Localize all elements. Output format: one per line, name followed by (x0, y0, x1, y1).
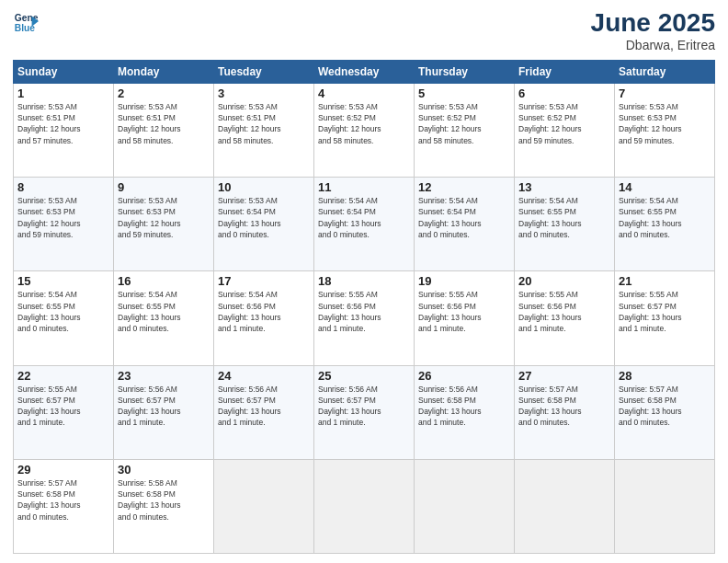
calendar-subtitle: Dbarwa, Eritrea (591, 38, 715, 52)
weekday-header-friday: Friday (515, 60, 615, 83)
weekday-header-monday: Monday (114, 60, 214, 83)
day-cell: 28Sunrise: 5:57 AM Sunset: 6:58 PM Dayli… (615, 365, 715, 459)
day-number: 2 (118, 86, 210, 100)
day-number: 11 (318, 180, 410, 194)
day-number: 22 (17, 369, 109, 383)
day-number: 13 (518, 180, 610, 194)
day-cell: 2Sunrise: 5:53 AM Sunset: 6:51 PM Daylig… (114, 83, 214, 177)
day-cell: 14Sunrise: 5:54 AM Sunset: 6:55 PM Dayli… (615, 178, 715, 271)
day-cell: 22Sunrise: 5:55 AM Sunset: 6:57 PM Dayli… (14, 365, 114, 459)
day-info: Sunrise: 5:56 AM Sunset: 6:58 PM Dayligh… (418, 384, 510, 429)
day-info: Sunrise: 5:57 AM Sunset: 6:58 PM Dayligh… (619, 384, 711, 429)
day-cell: 7Sunrise: 5:53 AM Sunset: 6:53 PM Daylig… (615, 83, 715, 177)
day-number: 3 (218, 86, 310, 100)
day-cell: 13Sunrise: 5:54 AM Sunset: 6:55 PM Dayli… (515, 178, 615, 271)
day-info: Sunrise: 5:56 AM Sunset: 6:57 PM Dayligh… (118, 384, 210, 429)
day-number: 12 (418, 180, 510, 194)
week-row-5: 29Sunrise: 5:57 AM Sunset: 6:58 PM Dayli… (14, 459, 715, 553)
calendar-table: SundayMondayTuesdayWednesdayThursdayFrid… (13, 60, 715, 554)
day-number: 18 (318, 274, 410, 288)
day-info: Sunrise: 5:53 AM Sunset: 6:52 PM Dayligh… (418, 101, 510, 146)
day-cell: 20Sunrise: 5:55 AM Sunset: 6:56 PM Dayli… (515, 271, 615, 365)
day-number: 1 (17, 86, 109, 100)
day-info: Sunrise: 5:54 AM Sunset: 6:55 PM Dayligh… (518, 195, 610, 240)
header: General Blue June 2025 Dbarwa, Eritrea (13, 9, 715, 52)
week-row-3: 15Sunrise: 5:54 AM Sunset: 6:55 PM Dayli… (14, 271, 715, 365)
day-cell (615, 459, 715, 553)
day-cell: 23Sunrise: 5:56 AM Sunset: 6:57 PM Dayli… (114, 365, 214, 459)
day-cell: 29Sunrise: 5:57 AM Sunset: 6:58 PM Dayli… (14, 459, 114, 553)
day-cell: 17Sunrise: 5:54 AM Sunset: 6:56 PM Dayli… (214, 271, 314, 365)
day-number: 17 (218, 274, 310, 288)
weekday-header-row: SundayMondayTuesdayWednesdayThursdayFrid… (14, 60, 715, 83)
day-cell: 27Sunrise: 5:57 AM Sunset: 6:58 PM Dayli… (515, 365, 615, 459)
day-cell (214, 459, 314, 553)
day-info: Sunrise: 5:54 AM Sunset: 6:54 PM Dayligh… (418, 195, 510, 240)
day-cell: 19Sunrise: 5:55 AM Sunset: 6:56 PM Dayli… (415, 271, 515, 365)
weekday-header-saturday: Saturday (615, 60, 715, 83)
day-info: Sunrise: 5:53 AM Sunset: 6:52 PM Dayligh… (518, 101, 610, 146)
day-info: Sunrise: 5:55 AM Sunset: 6:57 PM Dayligh… (17, 384, 109, 429)
day-info: Sunrise: 5:53 AM Sunset: 6:53 PM Dayligh… (619, 101, 711, 146)
day-cell: 21Sunrise: 5:55 AM Sunset: 6:57 PM Dayli… (615, 271, 715, 365)
day-cell: 15Sunrise: 5:54 AM Sunset: 6:55 PM Dayli… (14, 271, 114, 365)
day-cell (314, 459, 415, 553)
day-number: 5 (418, 86, 510, 100)
week-row-4: 22Sunrise: 5:55 AM Sunset: 6:57 PM Dayli… (14, 365, 715, 459)
day-number: 25 (318, 369, 410, 383)
day-info: Sunrise: 5:53 AM Sunset: 6:51 PM Dayligh… (17, 101, 109, 146)
day-number: 16 (118, 274, 210, 288)
day-number: 7 (619, 86, 711, 100)
day-number: 10 (218, 180, 310, 194)
day-cell: 12Sunrise: 5:54 AM Sunset: 6:54 PM Dayli… (415, 178, 515, 271)
day-info: Sunrise: 5:53 AM Sunset: 6:53 PM Dayligh… (118, 195, 210, 240)
day-cell: 10Sunrise: 5:53 AM Sunset: 6:54 PM Dayli… (214, 178, 314, 271)
day-info: Sunrise: 5:55 AM Sunset: 6:56 PM Dayligh… (418, 289, 510, 334)
day-info: Sunrise: 5:56 AM Sunset: 6:57 PM Dayligh… (218, 384, 310, 429)
day-number: 14 (619, 180, 711, 194)
day-cell: 25Sunrise: 5:56 AM Sunset: 6:57 PM Dayli… (314, 365, 415, 459)
day-number: 23 (118, 369, 210, 383)
day-number: 28 (619, 369, 711, 383)
day-number: 8 (17, 180, 109, 194)
day-number: 15 (17, 274, 109, 288)
day-info: Sunrise: 5:57 AM Sunset: 6:58 PM Dayligh… (518, 384, 610, 429)
day-info: Sunrise: 5:54 AM Sunset: 6:55 PM Dayligh… (619, 195, 711, 240)
weekday-header-wednesday: Wednesday (314, 60, 415, 83)
day-number: 24 (218, 369, 310, 383)
day-number: 9 (118, 180, 210, 194)
day-number: 6 (518, 86, 610, 100)
day-number: 21 (619, 274, 711, 288)
day-cell: 9Sunrise: 5:53 AM Sunset: 6:53 PM Daylig… (114, 178, 214, 271)
day-info: Sunrise: 5:53 AM Sunset: 6:51 PM Dayligh… (218, 101, 310, 146)
logo-icon: General Blue (13, 9, 39, 35)
day-cell: 1Sunrise: 5:53 AM Sunset: 6:51 PM Daylig… (14, 83, 114, 177)
calendar-page: General Blue June 2025 Dbarwa, Eritrea S… (0, 0, 728, 563)
day-cell: 4Sunrise: 5:53 AM Sunset: 6:52 PM Daylig… (314, 83, 415, 177)
day-info: Sunrise: 5:53 AM Sunset: 6:51 PM Dayligh… (118, 101, 210, 146)
day-info: Sunrise: 5:58 AM Sunset: 6:58 PM Dayligh… (118, 477, 210, 523)
day-cell: 3Sunrise: 5:53 AM Sunset: 6:51 PM Daylig… (214, 83, 314, 177)
day-info: Sunrise: 5:54 AM Sunset: 6:55 PM Dayligh… (118, 289, 210, 334)
day-cell: 6Sunrise: 5:53 AM Sunset: 6:52 PM Daylig… (515, 83, 615, 177)
day-cell: 8Sunrise: 5:53 AM Sunset: 6:53 PM Daylig… (14, 178, 114, 271)
day-cell: 30Sunrise: 5:58 AM Sunset: 6:58 PM Dayli… (114, 459, 214, 553)
day-info: Sunrise: 5:53 AM Sunset: 6:53 PM Dayligh… (17, 195, 109, 240)
day-cell: 24Sunrise: 5:56 AM Sunset: 6:57 PM Dayli… (214, 365, 314, 459)
day-info: Sunrise: 5:54 AM Sunset: 6:55 PM Dayligh… (17, 289, 109, 334)
day-number: 29 (17, 463, 109, 477)
day-number: 20 (518, 274, 610, 288)
weekday-header-thursday: Thursday (415, 60, 515, 83)
day-cell: 11Sunrise: 5:54 AM Sunset: 6:54 PM Dayli… (314, 178, 415, 271)
day-info: Sunrise: 5:57 AM Sunset: 6:58 PM Dayligh… (17, 477, 109, 523)
weekday-header-sunday: Sunday (14, 60, 114, 83)
day-number: 27 (518, 369, 610, 383)
day-number: 19 (418, 274, 510, 288)
logo: General Blue (13, 9, 39, 35)
day-info: Sunrise: 5:56 AM Sunset: 6:57 PM Dayligh… (318, 384, 410, 429)
day-cell: 5Sunrise: 5:53 AM Sunset: 6:52 PM Daylig… (415, 83, 515, 177)
day-cell (415, 459, 515, 553)
week-row-2: 8Sunrise: 5:53 AM Sunset: 6:53 PM Daylig… (14, 178, 715, 271)
title-block: June 2025 Dbarwa, Eritrea (591, 9, 715, 52)
day-cell: 18Sunrise: 5:55 AM Sunset: 6:56 PM Dayli… (314, 271, 415, 365)
